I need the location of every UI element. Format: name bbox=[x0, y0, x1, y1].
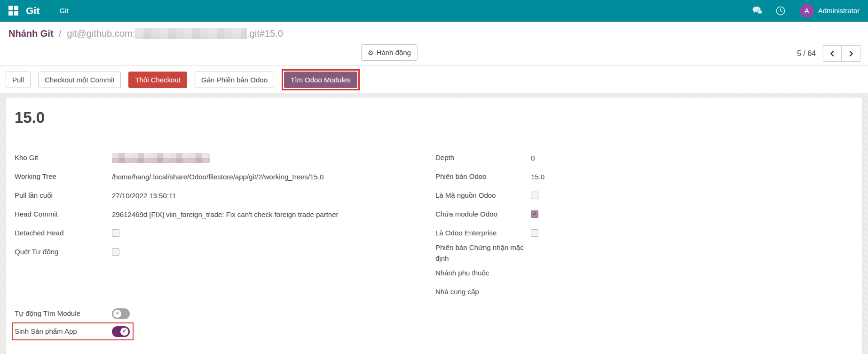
field-row: Sinh Sản phẩm App✓ bbox=[12, 322, 134, 340]
field-row: Phiên bản Chứng nhận mặc định bbox=[429, 242, 655, 264]
field-label: Nhà cung cấp bbox=[429, 282, 526, 301]
pager: 5 / 64 bbox=[797, 45, 860, 62]
field-row: Head Commit29612469d [FIX] viin_foreign_… bbox=[15, 205, 425, 224]
toggle-cross-icon: × bbox=[113, 310, 121, 318]
annotation-highlight-box: Tìm Odoo Modules bbox=[282, 69, 360, 90]
field-value: ✓ bbox=[526, 205, 655, 224]
field-row: Quét Tự động✓ bbox=[15, 242, 425, 261]
field-text: 27/10/2022 13:50:11 bbox=[112, 191, 176, 201]
field-row: Là Mã nguồn Odoo✓ bbox=[429, 186, 655, 205]
field-row: Chứa module Odoo✓ bbox=[429, 205, 655, 224]
field-value: ✓ bbox=[526, 186, 655, 205]
field-row: Tự động Tìm Module× bbox=[15, 305, 425, 322]
statusbar-buttons: PullCheckout một CommitThôi CheckoutGán … bbox=[0, 66, 868, 93]
pager-next-button[interactable] bbox=[842, 45, 860, 62]
field-label: Sinh Sản phẩm App bbox=[15, 323, 107, 339]
statusbar-button[interactable]: Tìm Odoo Modules bbox=[284, 72, 357, 88]
field-label: Pull lần cuối bbox=[15, 186, 107, 205]
field-row: Detached Head✓ bbox=[15, 224, 425, 242]
field-value: × bbox=[107, 305, 425, 322]
gear-icon: ⚙ bbox=[368, 49, 374, 56]
field-label: Là Odoo Enterprise bbox=[429, 224, 526, 242]
field-value: 0 bbox=[526, 148, 655, 167]
statusbar-button[interactable]: Gán Phiên bản Odoo bbox=[195, 72, 274, 88]
field-value: 15.0 bbox=[526, 167, 655, 186]
field-row: Working Tree/home/hang/.local/share/Odoo… bbox=[15, 167, 425, 186]
breadcrumb-current-prefix: git@github.com: bbox=[67, 28, 135, 39]
record-title: 15.0 bbox=[15, 109, 853, 127]
field-label: Detached Head bbox=[15, 224, 107, 242]
activities-clock-icon[interactable] bbox=[775, 6, 786, 16]
action-menu-button[interactable]: ⚙ Hành động bbox=[361, 44, 418, 61]
field-text: 0 bbox=[531, 153, 535, 163]
pager-previous-button[interactable] bbox=[823, 45, 842, 62]
field-row: Pull lần cuối27/10/2022 13:50:11 bbox=[15, 186, 425, 205]
field-value: /home/hang/.local/share/Odoo/filestore/a… bbox=[107, 167, 425, 186]
apps-menu-icon[interactable] bbox=[8, 6, 18, 16]
field-label: Tự động Tìm Module bbox=[15, 305, 107, 322]
control-panel: ⚙ Hành động 5 / 64 bbox=[0, 41, 868, 66]
field-value: ✓ bbox=[526, 224, 655, 242]
toggle-switch[interactable]: ✓ bbox=[112, 326, 130, 337]
field-row: Depth0 bbox=[429, 148, 655, 167]
right-field-group: Depth0Phiên bản Odoo15.0Là Mã nguồn Odoo… bbox=[429, 148, 655, 340]
field-label: Depth bbox=[429, 148, 526, 167]
field-value: ✓ bbox=[107, 224, 425, 242]
field-row: Kho Git bbox=[15, 148, 425, 167]
breadcrumb-redacted-repo bbox=[135, 28, 247, 39]
field-label: Head Commit bbox=[15, 205, 107, 224]
checkbox[interactable]: ✓ bbox=[112, 248, 119, 256]
checkbox[interactable]: ✓ bbox=[112, 229, 119, 237]
redacted-value bbox=[112, 153, 210, 163]
toggle-check-icon: ✓ bbox=[120, 328, 128, 336]
form-sheet: 15.0 Kho GitWorking Tree/home/hang/.loca… bbox=[6, 97, 862, 354]
checkbox[interactable]: ✓ bbox=[531, 210, 538, 218]
user-avatar[interactable]: A bbox=[800, 4, 814, 18]
field-label: Là Mã nguồn Odoo bbox=[429, 186, 526, 205]
field-row: Là Odoo Enterprise✓ bbox=[429, 224, 655, 242]
statusbar-button[interactable]: Pull bbox=[6, 72, 31, 88]
user-menu[interactable]: Administrator bbox=[818, 7, 860, 15]
pager-value: 5 / 64 bbox=[797, 49, 816, 58]
breadcrumb-link-branches[interactable]: Nhánh Git bbox=[8, 28, 54, 39]
app-brand[interactable]: Git bbox=[26, 5, 39, 16]
field-value: 29612469d [FIX] viin_foreign_trade: Fix … bbox=[107, 205, 425, 224]
checkbox[interactable]: ✓ bbox=[531, 229, 538, 237]
field-value bbox=[526, 282, 655, 301]
field-value bbox=[107, 148, 425, 167]
field-row: Nhánh phụ thuộc bbox=[429, 264, 655, 282]
field-label: Chứa module Odoo bbox=[429, 205, 526, 224]
field-value: 27/10/2022 13:50:11 bbox=[107, 186, 425, 205]
messages-icon[interactable] bbox=[752, 6, 763, 16]
field-value: ✓ bbox=[107, 323, 133, 339]
breadcrumb-separator: / bbox=[59, 28, 62, 39]
left-field-group: Kho GitWorking Tree/home/hang/.local/sha… bbox=[15, 148, 425, 261]
field-label: Nhánh phụ thuộc bbox=[429, 264, 526, 282]
top-navbar: Git Git A Administrator bbox=[0, 0, 868, 22]
toggle-field-group: Tự động Tìm Module×Sinh Sản phẩm App✓ bbox=[15, 305, 425, 340]
field-text: /home/hang/.local/share/Odoo/filestore/a… bbox=[112, 172, 324, 182]
statusbar-button[interactable]: Thôi Checkout bbox=[128, 72, 187, 88]
statusbar-button[interactable]: Checkout một Commit bbox=[38, 72, 121, 88]
checkbox[interactable]: ✓ bbox=[531, 192, 538, 199]
field-label: Phiên bản Odoo bbox=[429, 167, 526, 186]
field-label: Kho Git bbox=[15, 148, 107, 167]
breadcrumb: Nhánh Git / git@github.com:.git#15.0 bbox=[0, 22, 868, 41]
field-text: 29612469d [FIX] viin_foreign_trade: Fix … bbox=[112, 209, 338, 219]
field-value bbox=[526, 264, 655, 282]
nav-menu-git[interactable]: Git bbox=[59, 7, 68, 15]
field-value bbox=[526, 242, 655, 264]
breadcrumb-current-suffix: .git#15.0 bbox=[247, 28, 283, 39]
field-label: Phiên bản Chứng nhận mặc định bbox=[429, 242, 526, 264]
field-label: Working Tree bbox=[15, 167, 107, 186]
field-row: Nhà cung cấp bbox=[429, 282, 655, 301]
field-text[interactable]: 15.0 bbox=[531, 172, 544, 182]
toggle-switch[interactable]: × bbox=[112, 308, 130, 319]
content-background: 15.0 Kho GitWorking Tree/home/hang/.loca… bbox=[0, 93, 868, 354]
field-label: Quét Tự động bbox=[15, 242, 107, 261]
field-row: Phiên bản Odoo15.0 bbox=[429, 167, 655, 186]
field-value: ✓ bbox=[107, 242, 425, 261]
